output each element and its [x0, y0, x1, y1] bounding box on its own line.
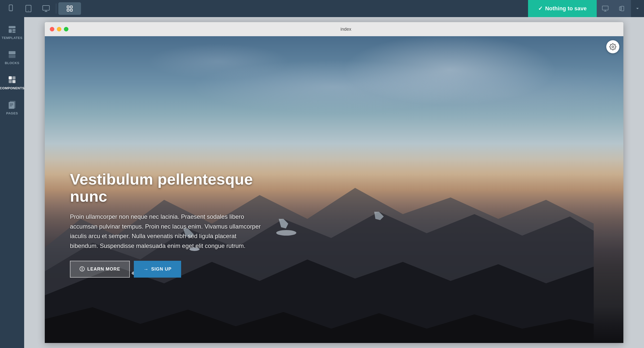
svg-point-1 [11, 10, 11, 11]
svg-rect-7 [67, 9, 69, 11]
main-layout: TEMPLATES BLOCKS COMPONENTS [0, 17, 644, 348]
desktop-device-button[interactable] [37, 0, 55, 17]
window-dots [50, 27, 68, 31]
svg-point-34 [612, 46, 614, 48]
gear-icon [609, 43, 616, 50]
templates-icon [8, 25, 17, 34]
sidebar-item-blocks[interactable]: BLOCKS [0, 45, 24, 70]
hero-buttons: ⓘ LEARN MORE → SIGN UP [70, 261, 266, 278]
tablet-device-button[interactable] [20, 0, 37, 17]
chevron-down-icon [635, 6, 640, 11]
settings-badge[interactable] [606, 40, 619, 53]
device-controls [0, 0, 81, 17]
pages-label: PAGES [6, 111, 18, 115]
sidebar-item-pages[interactable]: PAGES [0, 95, 24, 120]
hero-body: Proin ullamcorper non neque nec lacinia.… [70, 212, 266, 251]
svg-rect-6 [70, 6, 72, 8]
pages-icon [8, 100, 17, 109]
svg-rect-16 [9, 51, 16, 54]
preview-icon [602, 5, 609, 12]
responsive-button[interactable] [614, 0, 631, 17]
hero-content: Vestibulum pellentesque nunc Proin ullam… [70, 171, 266, 278]
svg-rect-5 [67, 6, 69, 8]
components-label: COMPONENTS [0, 86, 24, 90]
svg-rect-19 [12, 76, 15, 79]
hero-section: Vestibulum pellentesque nunc Proin ullam… [45, 36, 623, 343]
browser-window: index [45, 22, 623, 343]
close-dot[interactable] [50, 27, 54, 31]
top-bar: ✓ Nothing to save [0, 0, 644, 17]
mobile-icon [7, 5, 15, 13]
grid-view-button[interactable] [58, 2, 81, 15]
svg-rect-13 [9, 29, 12, 33]
svg-rect-23 [9, 102, 15, 109]
templates-label: TEMPLATES [2, 36, 22, 40]
learn-more-button[interactable]: ⓘ LEARN MORE [70, 261, 130, 278]
signup-label: SIGN UP [151, 267, 172, 272]
signin-icon: → [143, 266, 149, 272]
browser-chrome: index [45, 22, 623, 36]
save-label: Nothing to save [545, 5, 587, 12]
info-icon: ⓘ [79, 266, 85, 273]
hero-title: Vestibulum pellentesque nunc [70, 171, 266, 205]
learn-more-label: LEARN MORE [87, 267, 120, 272]
save-check-icon: ✓ [538, 5, 543, 12]
desktop-icon [42, 5, 50, 13]
tablet-icon [24, 5, 32, 13]
maximize-dot[interactable] [64, 27, 68, 31]
svg-rect-20 [9, 80, 12, 83]
sidebar-item-templates[interactable]: TEMPLATES [0, 20, 24, 45]
svg-point-3 [28, 11, 29, 11]
snow-patch-3 [276, 230, 296, 236]
responsive-icon [619, 5, 626, 12]
blocks-icon [8, 50, 17, 59]
sidebar: TEMPLATES BLOCKS COMPONENTS [0, 17, 24, 348]
mobile-device-button[interactable] [2, 0, 20, 17]
sign-up-button[interactable]: → SIGN UP [134, 261, 181, 278]
blocks-label: BLOCKS [5, 61, 19, 65]
svg-rect-8 [70, 9, 72, 11]
svg-rect-21 [12, 80, 15, 83]
svg-rect-14 [12, 29, 15, 31]
grid-icon [66, 5, 73, 12]
sidebar-item-components[interactable]: COMPONENTS [0, 70, 24, 95]
browser-title: index [73, 27, 618, 32]
minimize-dot[interactable] [57, 27, 61, 31]
content-area: index [24, 17, 644, 348]
svg-rect-17 [9, 55, 16, 58]
save-button[interactable]: ✓ Nothing to save [528, 0, 597, 17]
svg-rect-15 [12, 31, 15, 33]
top-bar-right: ✓ Nothing to save [528, 0, 644, 17]
svg-rect-18 [9, 76, 12, 79]
preview-button[interactable] [597, 0, 614, 17]
more-options-button[interactable] [631, 0, 644, 17]
svg-rect-9 [602, 6, 608, 10]
svg-rect-4 [43, 6, 50, 10]
svg-rect-12 [9, 26, 16, 28]
components-icon [8, 75, 17, 84]
toolbar-divider [56, 4, 56, 14]
